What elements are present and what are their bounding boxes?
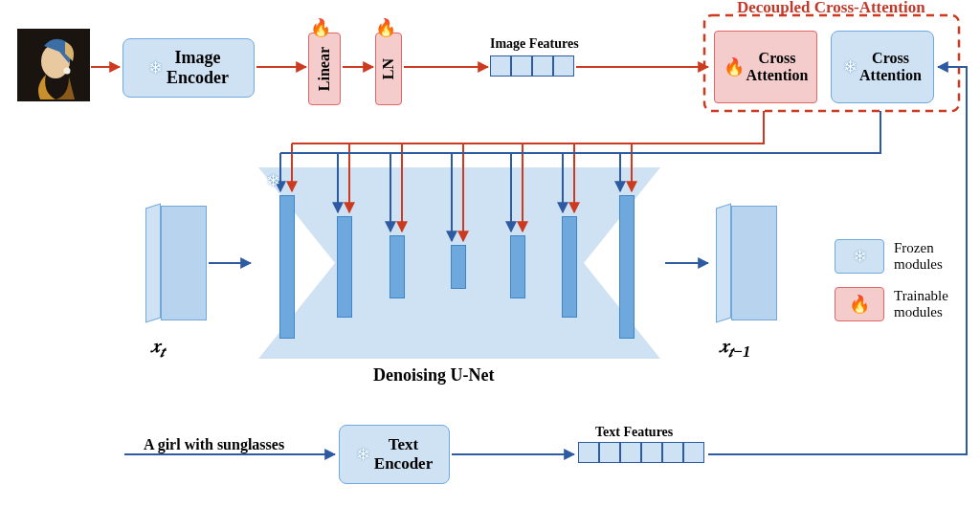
unet-label: Denoising U-Net — [373, 365, 495, 386]
legend-frozen-swatch: ❄ — [835, 239, 884, 274]
feature-cell — [490, 55, 511, 77]
snowflake-icon: ❄ — [356, 444, 370, 465]
fire-icon: 🔥 — [310, 17, 331, 38]
unet-bar — [390, 235, 405, 298]
text-features-label: Text Features — [595, 425, 673, 440]
cross-attention-text-block: ❄ Cross Attention — [831, 31, 934, 103]
unet-bar — [279, 195, 295, 339]
image-encoder-block: ❄ Image Encoder — [122, 38, 255, 98]
feature-cell — [683, 442, 704, 463]
image-features — [490, 55, 574, 77]
feature-cell — [620, 442, 641, 463]
legend: ❄ Frozen modules 🔥 Trainable modules — [835, 239, 948, 321]
xtm1-label: 𝑥𝑡−1 — [720, 335, 750, 362]
text-features — [578, 442, 704, 463]
legend-trainable-label: Trainable modules — [894, 288, 948, 320]
xt-label: 𝑥𝑡 — [151, 335, 165, 362]
fire-icon: 🔥 — [724, 56, 745, 77]
unet-bar — [510, 235, 525, 298]
image-features-label: Image Features — [490, 36, 579, 52]
feature-cell — [578, 442, 599, 463]
text-encoder-block: ❄ Text Encoder — [339, 425, 450, 484]
unet-bar — [337, 216, 352, 318]
linear-label: Linear — [316, 47, 333, 91]
snowflake-icon: ❄ — [148, 57, 163, 78]
input-image — [17, 29, 90, 101]
cross-attention-text-label: Cross Attention — [859, 50, 922, 84]
cross-attention-image-block: 🔥 Cross Attention — [714, 31, 817, 103]
layernorm-block: LN — [375, 33, 402, 105]
snowflake-icon: ❄ — [853, 246, 867, 267]
legend-trainable-swatch: 🔥 — [835, 287, 884, 321]
feature-cell — [511, 55, 532, 77]
unet-bar — [562, 216, 577, 318]
xtm1-tensor — [716, 206, 731, 320]
unet-bar — [451, 245, 466, 289]
image-encoder-label: Image Encoder — [167, 48, 229, 88]
snowflake-icon: ❄ — [266, 170, 280, 191]
linear-block: Linear — [308, 33, 341, 105]
legend-frozen-label: Frozen modules — [894, 240, 943, 273]
fire-icon: 🔥 — [375, 17, 396, 38]
cross-attention-image-label: Cross Attention — [746, 50, 809, 84]
fire-icon: 🔥 — [849, 294, 870, 315]
layernorm-label: LN — [380, 58, 397, 79]
svg-point-27 — [64, 68, 71, 75]
feature-cell — [532, 55, 553, 77]
text-encoder-label: Text Encoder — [374, 435, 433, 474]
decoupled-cross-attention-title: Decoupled Cross-Attention — [737, 0, 925, 17]
text-prompt: A girl with sunglasses — [144, 436, 284, 453]
feature-cell — [662, 442, 683, 463]
snowflake-icon: ❄ — [843, 56, 858, 77]
unet-bar — [619, 195, 635, 339]
feature-cell — [641, 442, 662, 463]
feature-cell — [553, 55, 574, 77]
feature-cell — [599, 442, 620, 463]
xt-tensor — [145, 206, 161, 320]
